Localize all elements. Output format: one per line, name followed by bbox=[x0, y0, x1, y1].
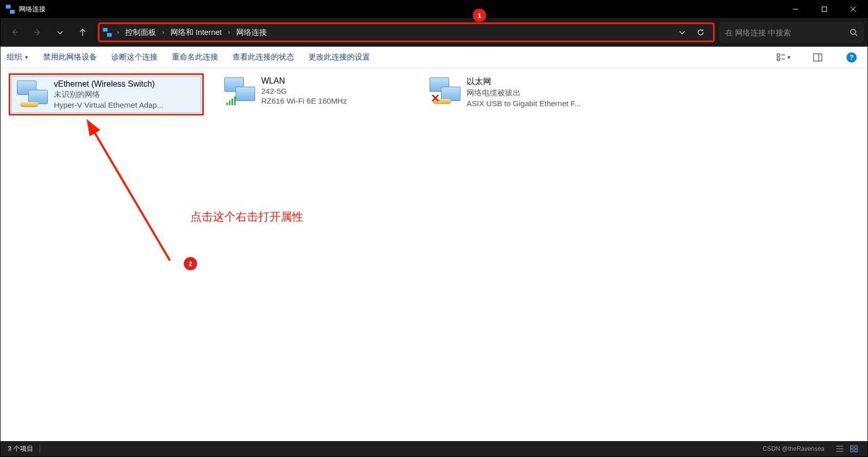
address-bar[interactable]: › 控制面板 › 网络和 Internet › 网络连接 bbox=[98, 23, 715, 42]
adapter-detail: ASIX USB to Gigabit Ethernet F... bbox=[467, 99, 610, 108]
annotation-highlight-box: vEthernet (Wireless Switch) 未识别的网络 Hyper… bbox=[9, 73, 204, 115]
maximize-button[interactable] bbox=[810, 1, 839, 18]
status-divider bbox=[40, 445, 40, 453]
network-adapter-wlan[interactable]: WLAN 242-5G RZ616 Wi-Fi 6E 160MHz bbox=[219, 73, 409, 109]
watermark: CSDN @theRavensea bbox=[763, 445, 824, 452]
refresh-button[interactable] bbox=[691, 23, 710, 42]
svg-rect-20 bbox=[851, 446, 853, 448]
adapter-icon: ✕ bbox=[429, 76, 461, 106]
content-area: vEthernet (Wireless Switch) 未识别的网络 Hyper… bbox=[1, 68, 867, 441]
forward-button[interactable] bbox=[27, 22, 48, 43]
details-view-button[interactable] bbox=[834, 444, 846, 454]
search-icon[interactable] bbox=[850, 28, 858, 36]
svg-point-7 bbox=[851, 29, 856, 34]
view-status-button[interactable]: 查看此连接的状态 bbox=[233, 52, 294, 62]
breadcrumb-separator[interactable]: › bbox=[158, 29, 168, 36]
annotation-text: 点击这个右击打开属性 bbox=[190, 209, 303, 225]
titlebar: 网络连接 bbox=[1, 1, 867, 18]
window-controls bbox=[781, 1, 867, 18]
status-bar: 3 个项目 CSDN @theRavensea bbox=[1, 441, 867, 456]
svg-rect-1 bbox=[822, 7, 827, 12]
adapter-detail: RZ616 Wi-Fi 6E 160MHz bbox=[261, 96, 405, 105]
svg-line-8 bbox=[855, 34, 857, 36]
adapter-status: 未识别的网络 bbox=[54, 90, 197, 100]
help-button[interactable]: ? bbox=[842, 49, 861, 66]
command-bar: 组织▼ 禁用此网络设备 诊断这个连接 重命名此连接 查看此连接的状态 更改此连接… bbox=[1, 47, 867, 68]
back-button[interactable] bbox=[5, 22, 25, 43]
search-box[interactable] bbox=[720, 23, 863, 42]
annotation-badge-2: 2 bbox=[184, 257, 197, 270]
adapter-status: 网络电缆被拔出 bbox=[467, 88, 610, 98]
minimize-button[interactable] bbox=[781, 1, 810, 18]
adapter-title: 以太网 bbox=[467, 76, 610, 87]
help-icon: ? bbox=[846, 52, 857, 63]
window-title: 网络连接 bbox=[19, 5, 46, 14]
svg-rect-21 bbox=[855, 446, 857, 448]
item-count: 3 个项目 bbox=[8, 444, 33, 453]
network-connections-icon bbox=[103, 28, 112, 37]
annotation-badge-1: 1 bbox=[473, 9, 486, 22]
navigation-row: › 控制面板 › 网络和 Internet › 网络连接 bbox=[1, 18, 867, 47]
disconnected-icon: ✕ bbox=[431, 94, 441, 104]
adapter-title: vEthernet (Wireless Switch) bbox=[54, 80, 197, 89]
breadcrumb-network-internet[interactable]: 网络和 Internet bbox=[168, 27, 224, 38]
organize-menu[interactable]: 组织▼ bbox=[7, 52, 29, 62]
svg-rect-13 bbox=[814, 54, 822, 61]
search-input[interactable] bbox=[725, 28, 850, 37]
breadcrumb-separator[interactable]: › bbox=[113, 29, 123, 36]
view-options-button[interactable]: ▼ bbox=[774, 49, 794, 66]
breadcrumb-separator[interactable]: › bbox=[224, 29, 234, 36]
svg-rect-10 bbox=[777, 58, 780, 61]
svg-rect-22 bbox=[851, 449, 853, 452]
annotation-arrows bbox=[1, 68, 867, 441]
address-dropdown[interactable] bbox=[673, 23, 691, 42]
network-connections-icon bbox=[6, 5, 15, 14]
up-button[interactable] bbox=[72, 22, 93, 43]
svg-line-16 bbox=[93, 130, 170, 261]
breadcrumb-network-connections[interactable]: 网络连接 bbox=[234, 27, 269, 38]
disable-device-button[interactable]: 禁用此网络设备 bbox=[43, 52, 97, 62]
preview-pane-button[interactable] bbox=[808, 49, 827, 66]
adapter-status: 242-5G bbox=[261, 87, 405, 95]
change-settings-button[interactable]: 更改此连接的设置 bbox=[308, 52, 370, 62]
svg-rect-23 bbox=[855, 449, 857, 452]
wifi-signal-icon bbox=[226, 96, 239, 105]
network-adapter-vethernet[interactable]: vEthernet (Wireless Switch) 未识别的网络 Hyper… bbox=[11, 76, 201, 113]
adapter-icon bbox=[16, 80, 49, 109]
adapter-detail: Hyper-V Virtual Ethernet Adap... bbox=[54, 101, 197, 109]
diagnose-connection-button[interactable]: 诊断这个连接 bbox=[111, 52, 158, 62]
large-icons-view-button[interactable] bbox=[848, 444, 860, 454]
recent-dropdown[interactable] bbox=[50, 22, 70, 43]
network-adapter-ethernet[interactable]: ✕ 以太网 网络电缆被拔出 ASIX USB to Gigabit Ethern… bbox=[425, 73, 614, 111]
adapter-title: WLAN bbox=[261, 76, 405, 86]
rename-connection-button[interactable]: 重命名此连接 bbox=[172, 52, 218, 62]
svg-rect-9 bbox=[777, 54, 780, 56]
breadcrumb-control-panel[interactable]: 控制面板 bbox=[123, 27, 158, 38]
adapter-icon bbox=[223, 76, 256, 106]
close-button[interactable] bbox=[839, 1, 867, 18]
